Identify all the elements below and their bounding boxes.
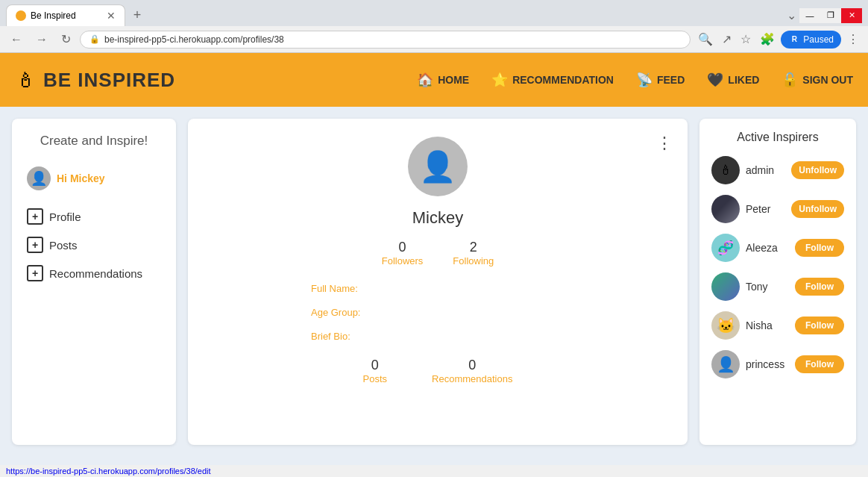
address-bar: ← → ↻ 🔒 be-inspired-pp5-ci.herokuapp.com… — [0, 26, 868, 52]
nav-signout[interactable]: 🔓 SIGN OUT — [781, 72, 853, 88]
age-group-label: Age Group: — [311, 307, 361, 318]
inspirer-avatar-princess: 👤 — [711, 350, 740, 378]
inspirer-name-aleeza: Aleeza — [746, 242, 789, 254]
full-name-label: Full Name: — [311, 283, 358, 294]
followers-count: 0 — [382, 240, 424, 255]
search-icon[interactable]: 🔍 — [695, 29, 716, 49]
share-icon[interactable]: ↗ — [719, 29, 735, 49]
sidebar-title: Create and Inspire! — [27, 134, 161, 149]
following-count: 2 — [453, 240, 494, 255]
inspirer-avatar-nisha: 🐱 — [711, 311, 740, 340]
follow-nisha-button[interactable]: Follow — [795, 317, 844, 334]
feed-icon: 📡 — [636, 72, 652, 88]
following-label: Following — [453, 255, 494, 266]
unfollow-peter-button[interactable]: Unfollow — [791, 200, 844, 218]
paused-avatar: R — [788, 34, 800, 46]
sidebar-user: 👤 Hi Mickey — [27, 166, 161, 190]
list-item: 🕯 admin Unfollow — [711, 156, 844, 184]
active-tab[interactable]: Be Inspired ✕ — [6, 4, 125, 26]
sidebar-item-profile[interactable]: + Profile — [27, 202, 161, 231]
signout-icon: 🔓 — [781, 72, 798, 88]
posts-menu-icon: + — [27, 237, 43, 253]
back-button[interactable]: ← — [6, 31, 27, 48]
avatar-person-icon: 👤 — [419, 149, 456, 184]
list-item: Tony Follow — [711, 272, 844, 301]
followers-stat: 0 Followers — [382, 240, 424, 266]
nav-recommendation-label: RECOMMENDATION — [512, 74, 614, 86]
posts-label: Posts — [363, 373, 388, 384]
follow-tony-button[interactable]: Follow — [795, 278, 844, 296]
maximize-button[interactable]: ❐ — [820, 8, 841, 23]
unfollow-admin-button[interactable]: Unfollow — [791, 161, 844, 179]
lock-icon: 🔒 — [89, 34, 100, 44]
list-item: 🧬 Aleeza Follow — [711, 234, 844, 262]
paused-button[interactable]: R Paused — [781, 31, 841, 49]
posts-stat: 0 Posts — [363, 358, 388, 384]
profile-name: Mickey — [206, 208, 670, 228]
new-tab-button[interactable]: + — [128, 7, 146, 25]
nav-links: 🏠 HOME ⭐ RECOMMENDATION 📡 FEED 🖤 LIKED 🔓… — [417, 72, 853, 88]
url-text: be-inspired-pp5-ci.herokuapp.com/profile… — [104, 34, 681, 45]
profile-header: 👤 Mickey — [206, 137, 670, 228]
post-stats: 0 Posts 0 Recommendations — [206, 358, 670, 384]
profile-menu-icon: + — [27, 208, 43, 225]
minimize-button[interactable]: — — [799, 8, 820, 23]
sidebar-username: Hi Mickey — [57, 172, 105, 184]
refresh-button[interactable]: ↻ — [57, 31, 75, 48]
home-icon: 🏠 — [417, 72, 433, 88]
paused-label: Paused — [803, 34, 834, 45]
nav-feed[interactable]: 📡 FEED — [636, 72, 685, 88]
nav-liked[interactable]: 🖤 LIKED — [707, 72, 759, 88]
bookmark-icon[interactable]: ☆ — [738, 29, 754, 49]
browser-chrome: Be Inspired ✕ + ⌄ — ❐ ✕ ← → ↻ 🔒 be-inspi… — [0, 0, 868, 53]
recommendations-stat: 0 Recommendations — [432, 358, 512, 384]
extension-icon[interactable]: 🧩 — [757, 29, 778, 49]
profile-card: ⋮ 👤 Mickey 0 Followers 2 Following Full … — [188, 119, 688, 445]
follow-aleeza-button[interactable]: Follow — [795, 239, 844, 257]
star-icon: ⭐ — [491, 72, 508, 88]
recommendations-count: 0 — [432, 358, 512, 373]
inspirer-name-princess: princess — [746, 358, 789, 370]
age-group-field: Age Group: — [311, 305, 564, 319]
nav-home[interactable]: 🏠 HOME — [417, 72, 469, 88]
brief-bio-field: Brief Bio: — [311, 329, 564, 343]
brief-bio-label: Brief Bio: — [311, 331, 350, 342]
profile-fields: Full Name: Age Group: Brief Bio: — [311, 281, 564, 343]
menu-icon[interactable]: ⋮ — [844, 29, 862, 49]
posts-count: 0 — [363, 358, 388, 373]
sidebar-avatar: 👤 — [27, 166, 51, 190]
tab-overflow-button[interactable]: ⌄ — [787, 8, 796, 22]
inspirer-avatar-aleeza: 🧬 — [711, 234, 740, 262]
more-options-button[interactable]: ⋮ — [656, 134, 673, 153]
aleeza-icon: 🧬 — [717, 240, 734, 256]
nav-signout-label: SIGN OUT — [802, 74, 853, 86]
sidebar-item-recommendations[interactable]: + Recommendations — [27, 259, 161, 287]
inspirer-name-nisha: Nisha — [746, 319, 789, 331]
logo-icon: 🕯 — [15, 68, 36, 93]
sidebar-item-posts[interactable]: + Posts — [27, 231, 161, 259]
inspirers-panel: Active Inspirers 🕯 admin Unfollow Peter … — [699, 119, 856, 445]
list-item: 🐱 Nisha Follow — [711, 311, 844, 340]
following-stat: 2 Following — [453, 240, 494, 266]
profile-avatar: 👤 — [408, 137, 468, 196]
inspirer-name-tony: Tony — [746, 281, 789, 293]
tab-title: Be Inspired — [31, 10, 76, 21]
profile-menu-label: Profile — [49, 211, 81, 223]
recommendations-menu-icon: + — [27, 265, 43, 281]
sidebar: Create and Inspire! 👤 Hi Mickey + Profil… — [12, 119, 176, 445]
follow-princess-button[interactable]: Follow — [795, 355, 844, 373]
browser-actions: 🔍 ↗ ☆ 🧩 R Paused ⋮ — [695, 29, 862, 49]
close-button[interactable]: ✕ — [841, 8, 862, 23]
tab-close-button[interactable]: ✕ — [107, 10, 116, 22]
status-bar: https://be-inspired-pp5-ci.herokuapp.com… — [0, 465, 868, 477]
inspirers-title: Active Inspirers — [711, 131, 844, 144]
inspirer-name-admin: admin — [746, 164, 785, 176]
tab-favicon — [16, 10, 26, 21]
url-bar[interactable]: 🔒 be-inspired-pp5-ci.herokuapp.com/profi… — [80, 31, 691, 49]
nav-feed-label: FEED — [657, 74, 685, 86]
forward-button[interactable]: → — [31, 31, 52, 48]
nav-recommendation[interactable]: ⭐ RECOMMENDATION — [491, 72, 614, 88]
full-name-field: Full Name: — [311, 281, 564, 295]
nav-home-label: HOME — [438, 74, 469, 86]
inspirer-avatar-peter — [711, 195, 740, 223]
